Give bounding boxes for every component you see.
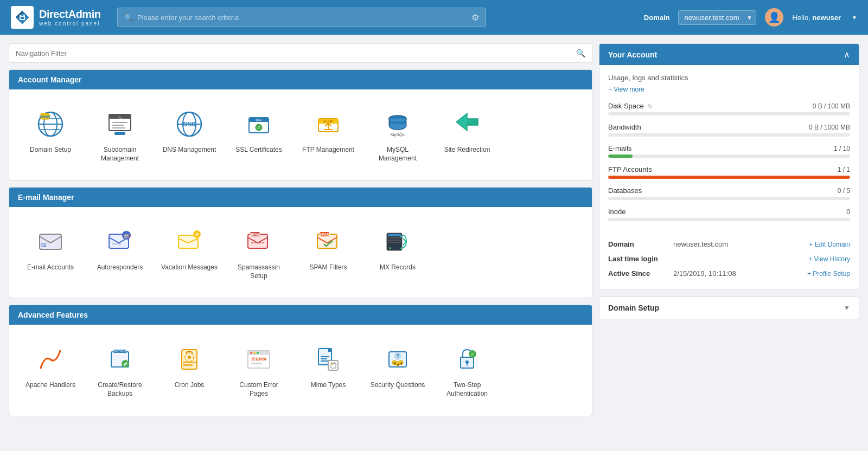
account-card-header: Your Account ∧: [599, 44, 859, 65]
email-manager-body: E-mail Accounts 🤖 Autoresponders: [9, 207, 592, 298]
svg-point-97: [465, 360, 469, 364]
svg-rect-5: [21, 17, 24, 19]
nav-filter[interactable]: 🔍: [9, 43, 592, 63]
sidebar-item-apache-handlers[interactable]: Apache Handlers: [18, 336, 83, 404]
sidebar-item-custom-error-pages[interactable]: ⚠ Error Custom Error Pages: [226, 336, 291, 404]
stat-bandwidth: Bandwidth 0 B / 1000 MB: [608, 123, 850, 137]
svg-text:✈: ✈: [195, 231, 199, 237]
account-card-body: Usage, logs and statistics + View more D…: [599, 65, 859, 289]
sidebar-item-mime-types[interactable]: Mime Types: [296, 336, 361, 404]
svg-text:://_: ://_: [118, 115, 123, 119]
settings-icon[interactable]: ⚙: [471, 12, 479, 23]
svg-rect-60: [388, 240, 401, 241]
profile-setup-link[interactable]: + Profile Setup: [807, 270, 850, 278]
svg-point-68: [188, 356, 191, 359]
sidebar-item-cron-jobs[interactable]: Cron Jobs: [157, 336, 222, 404]
sidebar-item-domain-setup[interactable]: WWW Domain Setup: [18, 100, 83, 169]
sidebar-item-mysql-management[interactable]: MySQL MySQL Management: [365, 100, 430, 169]
sidebar-item-email-accounts[interactable]: E-mail Accounts: [18, 218, 83, 287]
usage-subtitle: Usage, logs and statistics: [608, 74, 850, 82]
account-info-section: Domain newuser.test.com + Edit Domain La…: [608, 229, 850, 281]
sidebar-item-ftp-management[interactable]: FTP FTP Management: [296, 100, 361, 169]
svg-rect-79: [251, 363, 262, 364]
svg-rect-19: [114, 132, 125, 135]
svg-text:★: ★: [397, 363, 399, 366]
email-manager-header: E-mail Manager: [9, 188, 592, 207]
svg-rect-81: [321, 356, 329, 357]
svg-text:✓: ✓: [470, 352, 475, 357]
sidebar-item-subdomain-management[interactable]: ://_ Subdomain Management: [87, 100, 152, 169]
sidebar-item-create-restore-backups[interactable]: BACKUP Create/Restore Backups: [87, 336, 152, 404]
svg-point-86: [332, 364, 334, 365]
user-menu-chevron-icon[interactable]: ▼: [852, 15, 857, 21]
info-row-active-since: Active Since 2/15/2019, 10:11:08 + Profi…: [608, 266, 850, 281]
search-icon: 🔍: [124, 14, 133, 22]
svg-rect-83: [321, 360, 328, 362]
sidebar-item-two-step-auth[interactable]: ✓ Two-Step Authentication: [435, 336, 500, 404]
info-row-last-login: Last time login + View History: [608, 252, 850, 266]
svg-text:WWW: WWW: [40, 115, 50, 119]
sidebar-item-spam-filters[interactable]: SPAM SPAM Filters: [296, 218, 361, 287]
navbar-right: Domain newuser.test.com 👤 Hello, newuser…: [644, 8, 857, 27]
svg-rect-70: [183, 364, 193, 366]
logo: DirectAdmin web control panel: [11, 6, 108, 29]
account-card: Your Account ∧ Usage, logs and statistic…: [599, 43, 859, 290]
left-panel: 🔍 Account Manager: [9, 43, 599, 442]
account-manager-section: Account Manager WWW: [9, 69, 592, 181]
search-bar[interactable]: 🔍 ⚙: [117, 8, 486, 27]
domain-setup-chevron-icon[interactable]: ▼: [844, 304, 850, 312]
nav-filter-input[interactable]: [16, 49, 576, 57]
logo-icon: [11, 6, 34, 29]
stat-inode: Inode 0: [608, 208, 850, 221]
sidebar-item-spamassassin[interactable]: SPAM Spamassassin Setup: [226, 218, 291, 287]
edit-domain-link[interactable]: + Edit Domain: [809, 241, 850, 248]
svg-text:MySQL: MySQL: [391, 132, 405, 137]
disk-refresh-icon[interactable]: ↻: [648, 103, 653, 110]
search-input[interactable]: [137, 14, 467, 22]
stat-databases: Databases 0 / 5: [608, 186, 850, 200]
svg-text:★: ★: [400, 362, 403, 365]
info-row-domain: Domain newuser.test.com + Edit Domain: [608, 237, 850, 252]
svg-rect-59: [388, 237, 401, 239]
svg-rect-58: [388, 234, 401, 236]
svg-text:DNS: DNS: [183, 121, 195, 127]
svg-text:?: ?: [396, 353, 399, 359]
stat-disk-space: Disk Space ↻ 0 B / 100 MB: [608, 102, 850, 115]
sidebar-item-site-redirection[interactable]: Site Redirection: [435, 100, 500, 169]
stat-ftp-accounts: FTP Accounts 1 / 1: [608, 165, 850, 179]
collapse-icon[interactable]: ∧: [844, 49, 850, 60]
sidebar-item-mx-records[interactable]: MX Records: [365, 218, 430, 287]
svg-text:⚠ Error: ⚠ Error: [251, 357, 267, 362]
svg-text:SPAM: SPAM: [319, 233, 330, 236]
sidebar-item-vacation-messages[interactable]: ✈ Vacation Messages: [157, 218, 222, 287]
view-more-link[interactable]: + View more: [608, 86, 644, 93]
stat-emails: E-mails 1 / 10: [608, 144, 850, 158]
sidebar-item-dns-management[interactable]: DNS DNS Management: [157, 100, 222, 169]
svg-point-62: [389, 247, 391, 249]
view-history-link[interactable]: + View History: [808, 255, 850, 263]
email-manager-section: E-mail Manager E-mail Accoun: [9, 187, 592, 298]
sidebar-item-ssl-certificates[interactable]: SSL ✓ SSL Certificates: [226, 100, 291, 169]
domain-setup-header[interactable]: Domain Setup ▼: [599, 297, 859, 319]
svg-text:SSL: SSL: [256, 118, 262, 121]
sidebar-item-autoresponders[interactable]: 🤖 Autoresponders: [87, 218, 152, 287]
advanced-features-header: Advanced Features: [9, 305, 592, 325]
account-manager-body: WWW Domain Setup ://_: [9, 89, 592, 180]
avatar: 👤: [765, 8, 783, 27]
svg-point-74: [250, 352, 252, 354]
svg-text:SPAM: SPAM: [250, 233, 260, 236]
sidebar-item-security-questions[interactable]: ? ★ ★ ★ Security Questions: [365, 336, 430, 404]
user-greeting: Hello, newuser: [792, 14, 841, 22]
advanced-features-section: Advanced Features Apache Handlers: [9, 305, 592, 416]
account-manager-header: Account Manager: [9, 70, 592, 89]
domain-setup-card: Domain Setup ▼: [599, 297, 859, 319]
svg-point-76: [257, 352, 259, 354]
navbar: DirectAdmin web control panel 🔍 ⚙ Domain…: [0, 0, 868, 35]
main-layout: 🔍 Account Manager: [0, 35, 868, 451]
nav-filter-search-icon: 🔍: [576, 49, 585, 57]
domain-select-wrap[interactable]: newuser.test.com: [678, 10, 756, 25]
svg-rect-82: [321, 358, 327, 359]
right-panel: Your Account ∧ Usage, logs and statistic…: [599, 43, 859, 442]
domain-select[interactable]: newuser.test.com: [678, 10, 756, 25]
svg-text:★: ★: [393, 362, 396, 365]
